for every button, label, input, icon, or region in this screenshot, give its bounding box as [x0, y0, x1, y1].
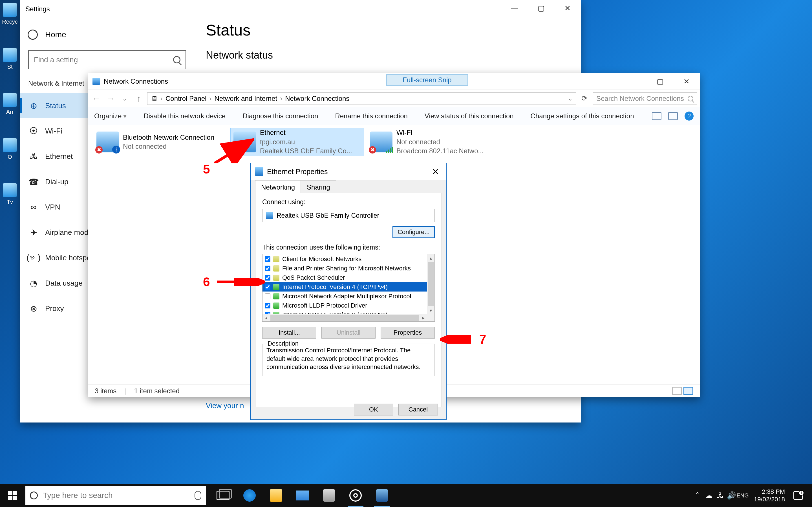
forward-button[interactable]: → — [105, 94, 116, 103]
connection-ethernet[interactable]: Ethernet tpgi.com.au Realtek USB GbE Fam… — [231, 128, 364, 156]
settings-search-input[interactable] — [34, 55, 173, 64]
show-desktop-button[interactable] — [806, 484, 809, 507]
preview-pane-button[interactable] — [668, 112, 678, 120]
item-checkbox[interactable] — [265, 266, 270, 271]
taskbar-search[interactable] — [26, 486, 206, 505]
list-item[interactable]: Microsoft Network Adapter Multiplexor Pr… — [262, 291, 427, 301]
recent-button[interactable]: ⌄ — [119, 95, 130, 102]
tray-overflow[interactable]: ˄ — [692, 491, 703, 500]
item-checkbox[interactable] — [265, 256, 270, 262]
control-panel-icon — [376, 489, 388, 502]
pc-icon: 🖥 — [151, 95, 158, 103]
settings-window-title: Settings — [20, 0, 581, 18]
list-item[interactable]: Internet Protocol Version 6 (TCP/IPv6) — [262, 310, 427, 314]
diagnose-button[interactable]: Diagnose this connection — [243, 112, 318, 120]
connection-items-list[interactable]: Client for Microsoft Networks File and P… — [262, 254, 435, 322]
minimize-button[interactable]: — — [501, 0, 528, 16]
taskbar-store[interactable] — [316, 484, 342, 507]
desktop-icons: Recyc St Arr O Tv — [0, 3, 20, 228]
item-checkbox[interactable] — [265, 293, 270, 299]
disable-device-button[interactable]: Disable this network device — [144, 112, 225, 120]
view-mode-button[interactable] — [652, 112, 661, 120]
up-button[interactable]: ↑ — [133, 94, 144, 103]
minimize-button[interactable]: — — [620, 73, 647, 90]
list-item[interactable]: QoS Packet Scheduler — [262, 273, 427, 282]
connection-bluetooth[interactable]: ᚼ Bluetooth Network Connection Not conne… — [94, 128, 227, 156]
desktop-icon-recycle[interactable]: Recyc — [0, 3, 20, 40]
store-icon — [323, 489, 335, 502]
system-tray: ˄ ☁ 🖧 🔊 ENG 2:38 PM 19/02/2018 1 — [692, 484, 812, 507]
breadcrumb[interactable]: 🖥› Control Panel› Network and Internet› … — [147, 93, 576, 105]
list-item[interactable]: Microsoft LLDP Protocol Driver — [262, 301, 427, 310]
change-settings-button[interactable]: Change settings of this connection — [530, 112, 634, 120]
ok-button[interactable]: OK — [354, 404, 393, 415]
mail-icon — [296, 489, 309, 502]
desktop-icon[interactable]: O — [0, 138, 20, 175]
adapter-icon — [255, 167, 263, 176]
language-icon[interactable]: ENG — [737, 492, 748, 499]
taskbar: ˄ ☁ 🖧 🔊 ENG 2:38 PM 19/02/2018 1 — [0, 484, 812, 507]
taskbar-mail[interactable] — [289, 484, 316, 507]
list-item-tcpip4[interactable]: Internet Protocol Version 4 (TCP/IPv4) — [262, 282, 427, 291]
item-checkbox[interactable] — [265, 275, 270, 281]
item-checkbox[interactable] — [265, 303, 270, 308]
desktop-icon[interactable]: Tv — [0, 183, 20, 220]
onedrive-icon[interactable]: ☁ — [703, 491, 714, 500]
component-icon — [273, 265, 280, 272]
component-icon — [273, 284, 280, 290]
cancel-button[interactable]: Cancel — [398, 404, 438, 415]
icons-view-button[interactable] — [683, 387, 693, 395]
desktop-icon[interactable]: Arr — [0, 93, 20, 129]
close-button[interactable]: ✕ — [673, 73, 700, 90]
volume-icon[interactable]: 🔊 — [726, 491, 737, 500]
full-screen-snip-button[interactable]: Full-screen Snip — [386, 74, 468, 86]
close-button[interactable]: ✕ — [554, 0, 581, 16]
connection-icon — [370, 131, 393, 152]
install-button[interactable]: Install... — [262, 327, 316, 339]
desktop-icon[interactable]: St — [0, 48, 20, 84]
item-checkbox[interactable] — [265, 312, 270, 314]
tab-networking[interactable]: Networking — [255, 180, 301, 193]
maximize-button[interactable]: ▢ — [647, 73, 673, 90]
taskbar-search-input[interactable] — [43, 491, 195, 500]
settings-home[interactable]: Home — [20, 22, 195, 47]
task-view-button[interactable] — [210, 484, 236, 507]
connection-wifi[interactable]: Wi-Fi Not connected Broadcom 802.11ac Ne… — [367, 128, 501, 156]
address-dropdown[interactable]: ⌄ — [568, 95, 573, 102]
item-checkbox[interactable] — [265, 284, 270, 290]
configure-button[interactable]: Configure... — [393, 226, 435, 238]
refresh-button[interactable]: ⟳ — [579, 94, 590, 103]
taskbar-edge[interactable] — [236, 484, 263, 507]
adapter-icon — [266, 212, 273, 219]
list-item[interactable]: Client for Microsoft Networks — [262, 255, 427, 264]
close-button[interactable]: ✕ — [429, 167, 442, 177]
adapter-selector[interactable]: Realtek USB GbE Family Controller — [262, 209, 435, 222]
help-button[interactable]: ? — [684, 112, 694, 121]
taskbar-control-panel[interactable] — [369, 484, 395, 507]
description-box: Description Transmission Control Protoco… — [262, 344, 435, 376]
page-subtitle: Network status — [206, 49, 569, 61]
network-tray-icon[interactable]: 🖧 — [714, 491, 726, 500]
explorer-search[interactable]: Search Network Connections — [593, 93, 697, 105]
rename-button[interactable]: Rename this connection — [335, 112, 407, 120]
view-status-button[interactable]: View status of this connection — [424, 112, 514, 120]
settings-search[interactable] — [28, 50, 186, 69]
organize-menu[interactable]: Organize▾ — [94, 112, 126, 120]
details-view-button[interactable] — [672, 387, 682, 395]
search-icon — [173, 56, 181, 63]
maximize-button[interactable]: ▢ — [528, 0, 554, 16]
vertical-scrollbar[interactable]: ▴▾ — [427, 255, 435, 314]
tab-sharing[interactable]: Sharing — [301, 180, 336, 193]
action-center-button[interactable]: 1 — [791, 491, 806, 500]
properties-button[interactable]: Properties — [380, 327, 435, 339]
taskbar-clock[interactable]: 2:38 PM 19/02/2018 — [748, 488, 791, 503]
mic-icon[interactable] — [195, 491, 201, 500]
list-item[interactable]: File and Printer Sharing for Microsoft N… — [262, 264, 427, 273]
horizontal-scrollbar[interactable]: ◂▸ — [262, 314, 427, 321]
taskbar-explorer[interactable] — [263, 484, 289, 507]
start-button[interactable] — [0, 484, 26, 507]
back-button[interactable]: ← — [91, 94, 102, 103]
uninstall-button[interactable]: Uninstall — [321, 327, 375, 339]
taskbar-settings[interactable] — [342, 484, 369, 507]
explorer-toolbar: Organize▾ Disable this network device Di… — [88, 107, 700, 125]
